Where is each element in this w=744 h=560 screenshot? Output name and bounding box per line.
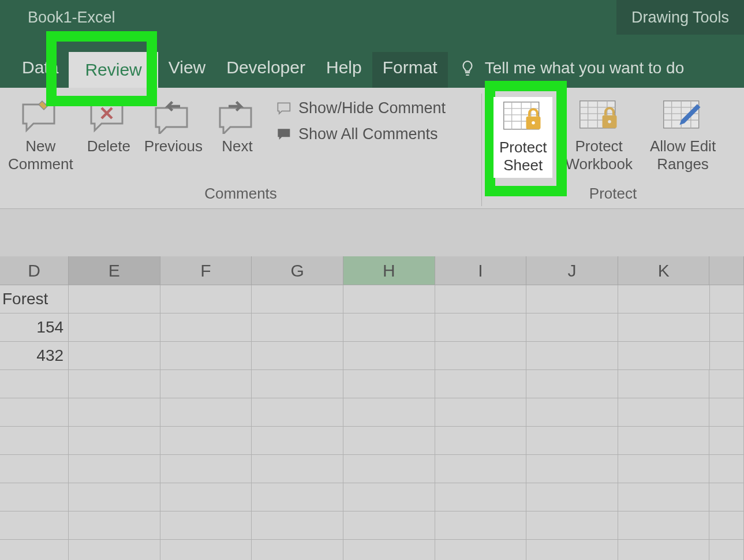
cell[interactable]	[160, 427, 252, 455]
cell[interactable]	[160, 313, 252, 342]
cell[interactable]	[160, 512, 252, 540]
cell[interactable]	[0, 483, 69, 512]
cell[interactable]	[526, 427, 618, 455]
cell[interactable]	[343, 483, 435, 512]
cell[interactable]	[710, 313, 744, 342]
cell[interactable]	[526, 540, 618, 560]
cell[interactable]	[526, 313, 618, 342]
cell[interactable]	[526, 483, 618, 512]
cell[interactable]	[343, 342, 435, 370]
cell[interactable]	[343, 427, 435, 455]
cell[interactable]	[526, 285, 618, 313]
tab-view[interactable]: View	[158, 52, 216, 88]
cell[interactable]	[435, 285, 527, 313]
cell[interactable]	[709, 540, 744, 560]
col-header-K[interactable]: K	[618, 256, 710, 285]
cell[interactable]	[252, 427, 343, 455]
cell[interactable]	[709, 483, 744, 512]
cell[interactable]	[618, 398, 710, 427]
cell[interactable]	[435, 313, 527, 342]
allow-edit-ranges-button[interactable]: Allow EditRanges	[645, 97, 720, 176]
cell[interactable]	[618, 483, 710, 512]
cell[interactable]	[526, 455, 618, 483]
cell[interactable]	[252, 512, 343, 540]
cell[interactable]	[160, 483, 252, 512]
cell[interactable]	[709, 512, 744, 540]
cell[interactable]	[526, 370, 618, 398]
cell[interactable]	[0, 370, 69, 398]
cell[interactable]	[252, 540, 343, 560]
cell-D3[interactable]: 432	[0, 342, 69, 370]
cell[interactable]	[69, 540, 160, 560]
cell[interactable]	[526, 512, 618, 540]
cell[interactable]	[435, 512, 527, 540]
delete-comment-button[interactable]: Delete	[83, 97, 135, 158]
cell[interactable]	[435, 540, 527, 560]
cell[interactable]	[69, 455, 160, 483]
cell[interactable]	[0, 455, 69, 483]
col-header-H[interactable]: H	[343, 256, 435, 285]
cell[interactable]	[69, 342, 160, 370]
cell[interactable]	[343, 540, 435, 560]
col-header-J[interactable]: J	[526, 256, 618, 285]
cell[interactable]	[69, 398, 160, 427]
tab-format[interactable]: Format	[372, 52, 448, 88]
show-all-comments-button[interactable]: Show All Comments	[273, 123, 449, 145]
cell-D2[interactable]: 154	[0, 313, 69, 342]
cell[interactable]	[435, 483, 527, 512]
cell[interactable]	[0, 512, 69, 540]
show-hide-comment-button[interactable]: Show/Hide Comment	[273, 97, 449, 120]
cell[interactable]	[69, 313, 160, 342]
cell[interactable]	[526, 398, 618, 427]
cell[interactable]	[252, 398, 343, 427]
tell-me-search[interactable]: Tell me what you want to do	[448, 53, 695, 88]
next-comment-button[interactable]: Next	[212, 97, 263, 158]
cell[interactable]	[618, 370, 710, 398]
tab-data[interactable]: Data	[12, 52, 69, 88]
spreadsheet-grid[interactable]: D E F G H I J K Forest 154 432	[0, 256, 744, 560]
cell[interactable]	[618, 342, 710, 370]
new-comment-button[interactable]: NewComment	[3, 97, 78, 176]
cell[interactable]	[343, 370, 435, 398]
cell[interactable]	[69, 427, 160, 455]
col-header-F[interactable]: F	[160, 256, 252, 285]
cell[interactable]	[618, 285, 710, 313]
col-header-partial[interactable]	[709, 256, 744, 285]
cell[interactable]	[160, 455, 252, 483]
cell[interactable]	[435, 342, 527, 370]
cell[interactable]	[252, 285, 343, 313]
cell[interactable]	[435, 370, 527, 398]
col-header-G[interactable]: G	[252, 256, 343, 285]
cell[interactable]	[343, 398, 435, 427]
cell[interactable]	[160, 540, 252, 560]
cell[interactable]	[435, 455, 527, 483]
cell[interactable]	[526, 342, 618, 370]
cell[interactable]	[69, 483, 160, 512]
cell[interactable]	[160, 285, 252, 313]
cell[interactable]	[252, 313, 343, 342]
col-header-D[interactable]: D	[0, 256, 69, 285]
cell[interactable]	[160, 342, 252, 370]
tab-review[interactable]: Review	[69, 52, 158, 88]
tab-help[interactable]: Help	[316, 52, 372, 88]
cell[interactable]	[160, 398, 252, 427]
col-header-I[interactable]: I	[435, 256, 527, 285]
cell[interactable]	[252, 370, 343, 398]
cell[interactable]	[160, 370, 252, 398]
previous-comment-button[interactable]: Previous	[140, 97, 207, 158]
cell[interactable]	[618, 313, 710, 342]
protect-workbook-button[interactable]: ProtectWorkbook	[560, 97, 637, 176]
cell-D1[interactable]: Forest	[0, 285, 69, 313]
col-header-E[interactable]: E	[69, 256, 160, 285]
cell[interactable]	[343, 313, 435, 342]
cell[interactable]	[69, 285, 160, 313]
cell[interactable]	[252, 342, 343, 370]
cell[interactable]	[710, 342, 744, 370]
cell[interactable]	[618, 512, 710, 540]
cell[interactable]	[252, 483, 343, 512]
cell[interactable]	[710, 285, 745, 313]
cell[interactable]	[0, 540, 69, 560]
cell[interactable]	[252, 455, 343, 483]
cell[interactable]	[618, 540, 710, 560]
cell[interactable]	[435, 427, 527, 455]
